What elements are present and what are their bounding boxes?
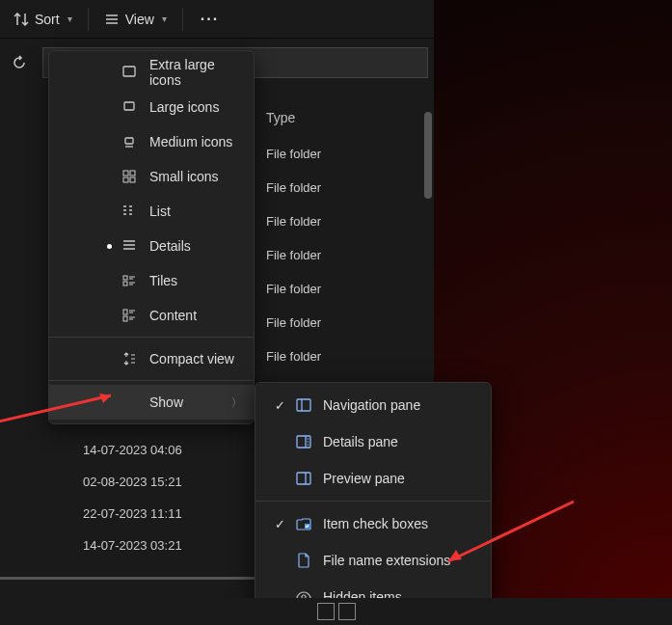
preview-pane-icon [294, 469, 313, 488]
menu-label: Compact view [149, 351, 234, 367]
menu-label: Show [149, 394, 183, 410]
check-icon: ✓ [269, 517, 290, 531]
chevron-right-icon: 〉 [231, 395, 242, 410]
more-button[interactable]: ··· [189, 5, 230, 34]
details-icon [121, 237, 138, 255]
checkbox-icon [294, 514, 313, 533]
svg-rect-6 [123, 177, 128, 182]
svg-rect-0 [123, 67, 135, 76]
toolbar: Sort ▾ View ▾ ··· [0, 0, 434, 39]
table-row[interactable]: File folder [260, 272, 424, 306]
menu-label: Content [149, 308, 197, 323]
menu-divider [49, 337, 254, 338]
svg-rect-4 [123, 171, 128, 176]
taskbar-icon[interactable] [338, 603, 356, 620]
refresh-icon [12, 55, 27, 70]
submenu-item-navigation-pane[interactable]: ✓ Navigation pane [255, 387, 491, 423]
svg-rect-12 [297, 399, 310, 411]
menu-item-compact-view[interactable]: Compact view [49, 341, 254, 376]
menu-item-extra-large-icons[interactable]: Extra large icons [49, 55, 254, 90]
medium-icons-icon [121, 133, 138, 150]
table-row[interactable]: 14-07-2023 03:21 [83, 530, 182, 561]
menu-item-small-icons[interactable]: Small icons [49, 159, 254, 194]
svg-rect-2 [125, 138, 133, 144]
scrollbar-thumb[interactable] [424, 112, 432, 199]
content-icon [121, 307, 138, 324]
tiles-icon [121, 272, 138, 289]
menu-item-medium-icons[interactable]: Medium icons [49, 124, 254, 159]
view-menu: Extra large icons Large icons Medium ico… [48, 50, 255, 424]
table-row[interactable]: File folder [260, 306, 424, 340]
view-label: View [125, 12, 154, 27]
svg-rect-16 [297, 473, 310, 484]
taskbar[interactable] [0, 598, 672, 625]
chevron-down-icon: ▾ [162, 14, 167, 24]
sort-button[interactable]: Sort ▾ [4, 6, 82, 33]
selected-dot-icon [107, 244, 112, 249]
submenu-label: File name extensions [323, 553, 450, 568]
toolbar-separator [88, 8, 89, 31]
small-icons-icon [121, 168, 138, 185]
svg-rect-5 [130, 171, 135, 176]
file-list-type-column: Type File folder File folder File folder… [260, 106, 424, 373]
svg-rect-1 [124, 102, 134, 110]
view-button[interactable]: View ▾ [94, 6, 176, 33]
show-submenu: ✓ Navigation pane Details pane Preview p… [255, 382, 492, 620]
submenu-label: Details pane [323, 434, 398, 449]
menu-label: Medium icons [149, 134, 232, 149]
table-row[interactable]: File folder [260, 171, 424, 204]
file-icon [294, 551, 313, 570]
menu-label: Extra large icons [149, 57, 242, 88]
submenu-label: Navigation pane [323, 397, 420, 413]
toolbar-separator [182, 8, 183, 31]
refresh-button[interactable] [6, 49, 33, 76]
menu-label: Tiles [149, 273, 177, 288]
file-list-date-column: 14-07-2023 04:06 02-08-2023 15:21 22-07-… [83, 434, 182, 561]
table-row[interactable]: 02-08-2023 15:21 [83, 466, 182, 498]
blank-icon [121, 394, 138, 411]
sort-icon [13, 12, 29, 27]
navigation-pane-icon [294, 395, 313, 415]
chevron-down-icon: ▾ [67, 14, 72, 24]
submenu-label: Preview pane [323, 471, 405, 486]
table-row[interactable]: File folder [260, 340, 424, 373]
table-row[interactable]: File folder [260, 137, 424, 171]
svg-rect-8 [123, 276, 127, 280]
menu-label: Details [149, 238, 191, 254]
menu-item-content[interactable]: Content [49, 298, 254, 333]
submenu-item-check-boxes[interactable]: ✓ Item check boxes [255, 505, 491, 542]
menu-label: List [149, 204, 171, 219]
menu-label: Large icons [149, 99, 219, 115]
table-row[interactable]: File folder [260, 238, 424, 272]
table-row[interactable]: 14-07-2023 04:06 [83, 434, 182, 466]
menu-item-large-icons[interactable]: Large icons [49, 90, 254, 124]
view-icon [104, 12, 120, 27]
column-header-type[interactable]: Type [260, 106, 424, 137]
check-icon: ✓ [269, 398, 290, 413]
table-row[interactable]: File folder [260, 204, 424, 238]
list-icon [121, 203, 138, 220]
extra-large-icons-icon [121, 64, 138, 81]
menu-item-tiles[interactable]: Tiles [49, 263, 254, 298]
sort-label: Sort [35, 12, 60, 27]
menu-item-list[interactable]: List [49, 194, 254, 229]
svg-rect-10 [123, 310, 127, 314]
details-pane-icon [294, 432, 313, 451]
submenu-item-preview-pane[interactable]: Preview pane [255, 460, 491, 497]
table-row[interactable]: 22-07-2023 11:11 [83, 498, 182, 530]
submenu-item-details-pane[interactable]: Details pane [255, 423, 491, 460]
compact-view-icon [121, 350, 138, 367]
submenu-label: Item check boxes [323, 516, 428, 531]
svg-rect-11 [123, 316, 127, 321]
large-icons-icon [121, 98, 138, 116]
svg-rect-7 [130, 177, 135, 182]
svg-rect-9 [123, 282, 127, 285]
menu-divider [255, 501, 491, 502]
menu-item-show[interactable]: Show 〉 [49, 385, 254, 420]
menu-item-details[interactable]: Details [49, 229, 254, 263]
menu-divider [49, 380, 254, 381]
submenu-item-file-extensions[interactable]: File name extensions [255, 542, 491, 579]
taskbar-icon[interactable] [317, 603, 335, 620]
menu-label: Small icons [149, 169, 219, 184]
